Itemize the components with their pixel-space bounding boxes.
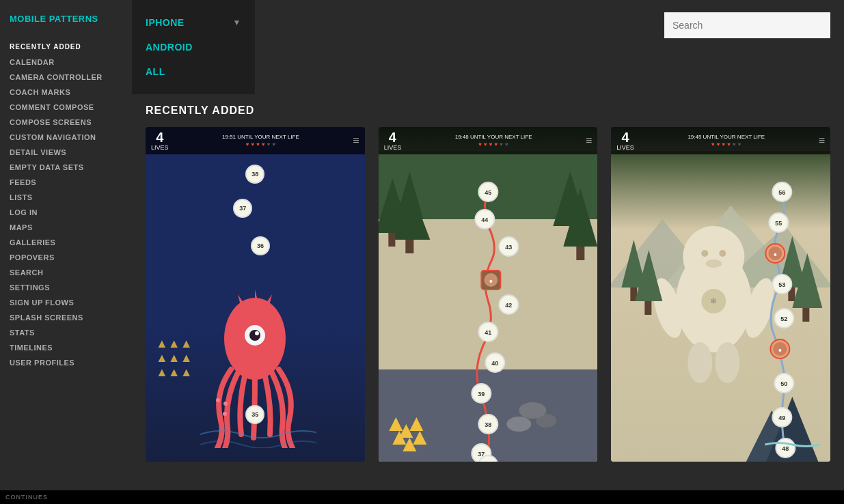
dropdown-iphone[interactable]: IPHONE ▼	[132, 10, 255, 35]
lives-count-2: 4	[389, 130, 396, 144]
sidebar-item-compose-screens[interactable]: COMPOSE SCREENS	[0, 115, 132, 130]
search-bar[interactable]	[664, 12, 830, 38]
hearts-row-3: ♥♥♥ ♥♥♥	[634, 141, 819, 148]
brand-logo: MOBILE PATTERNS	[0, 14, 132, 38]
yeti-illustration: ❄	[611, 151, 830, 462]
sidebar-item-empty-data-sets[interactable]: EMPTY DATA SETS	[0, 160, 132, 175]
sidebar-item-maps[interactable]: MAPS	[0, 220, 132, 235]
svg-text:41: 41	[485, 329, 491, 336]
svg-point-60	[683, 226, 745, 288]
svg-text:38: 38	[485, 421, 491, 428]
svg-rect-15	[405, 240, 413, 253]
sidebar-item-stats[interactable]: STATS	[0, 325, 132, 340]
menu-icon-2[interactable]: ≡	[586, 135, 592, 147]
card-2: 4 LIVES 19:48 UNTIL YOUR NEXT LIFE ♥♥♥ ♥…	[379, 127, 598, 462]
svg-rect-73	[645, 301, 652, 315]
svg-text:☻: ☻	[773, 252, 778, 257]
svg-rect-20	[576, 247, 584, 260]
sidebar-item-coach-marks[interactable]: COACH MARKS	[0, 85, 132, 100]
svg-point-8	[223, 412, 227, 416]
card-2-image: 4 LIVES 19:48 UNTIL YOUR NEXT LIFE ♥♥♥ ♥…	[379, 127, 598, 462]
main-content: IPHONE ▼ ANDROID ALL RECENTLY ADDED	[132, 0, 844, 504]
sidebar-item-custom-navigation[interactable]: CUSTOM NAVIGATION	[0, 130, 132, 145]
card-1-header: 4 LIVES 19:51 UNTIL YOUR NEXT LIFE ♥♥♥ ♥…	[146, 127, 365, 154]
header: IPHONE ▼ ANDROID ALL	[132, 0, 844, 94]
svg-text:42: 42	[505, 302, 512, 309]
card-2-header: 4 LIVES 19:48 UNTIL YOUR NEXT LIFE ♥♥♥ ♥…	[379, 127, 598, 154]
svg-text:49: 49	[779, 415, 786, 421]
svg-point-69	[716, 342, 740, 383]
svg-marker-5	[255, 290, 258, 305]
svg-point-2	[249, 330, 260, 341]
svg-point-63	[706, 260, 722, 268]
svg-point-68	[688, 342, 713, 383]
lives-label-1: LIVES	[151, 144, 169, 151]
lives-badge-2: 4 LIVES	[384, 130, 402, 151]
sidebar-item-galleries[interactable]: GALLERIES	[0, 235, 132, 250]
menu-icon-3[interactable]: ≡	[819, 135, 825, 147]
svg-text:40: 40	[491, 360, 498, 367]
dropdown-arrow-icon: ▼	[233, 18, 241, 27]
dropdown-android[interactable]: ANDROID	[132, 35, 255, 59]
sidebar-item-feeds[interactable]: FEEDS	[0, 175, 132, 190]
sidebar-item-log-in[interactable]: LOG IN	[0, 205, 132, 220]
svg-rect-77	[803, 308, 810, 322]
level-38[interactable]: 38	[245, 165, 264, 184]
sidebar-item-settings[interactable]: SETTINGS	[0, 280, 132, 295]
hearts-row-1: ♥♥♥ ♥♥♥	[169, 141, 353, 148]
sidebar-section-title: RECENTLY ADDED	[0, 38, 132, 55]
card-3-image: 4 LIVES 19:45 UNTIL YOUR NEXT LIFE ♥♥♥ ♥…	[611, 127, 830, 462]
level-35[interactable]: 35	[245, 405, 264, 424]
svg-text:50: 50	[781, 380, 788, 387]
svg-text:44: 44	[481, 216, 488, 223]
forest-illustration: 45 44 43 ☻ 42 41	[379, 151, 598, 462]
level-36[interactable]: 36	[251, 236, 270, 255]
svg-point-9	[223, 402, 228, 406]
card-3: 4 LIVES 19:45 UNTIL YOUR NEXT LIFE ♥♥♥ ♥…	[611, 127, 830, 462]
svg-text:48: 48	[782, 445, 789, 452]
cards-grid: 4 LIVES 19:51 UNTIL YOUR NEXT LIFE ♥♥♥ ♥…	[146, 127, 830, 462]
sidebar-item-popovers[interactable]: POPOVERS	[0, 250, 132, 265]
svg-text:52: 52	[781, 316, 788, 322]
lives-badge-1: 4 LIVES	[151, 130, 169, 151]
all-label: ALL	[146, 66, 165, 77]
triangle-decoration-1: ▲▲▲▲▲▲▲▲▲	[156, 337, 192, 380]
svg-text:☻: ☻	[778, 348, 782, 352]
search-input[interactable]	[664, 12, 830, 38]
lives-label-2: LIVES	[384, 144, 402, 151]
lives-badge-3: 4 LIVES	[616, 130, 634, 151]
sidebar-item-calendar[interactable]: CALENDAR	[0, 55, 132, 70]
svg-text:43: 43	[505, 244, 512, 251]
sidebar-item-comment-compose[interactable]: COMMENT COMPOSE	[0, 100, 132, 115]
sidebar-item-splash-screens[interactable]: SPLASH SCREENS	[0, 310, 132, 325]
card-1: 4 LIVES 19:51 UNTIL YOUR NEXT LIFE ♥♥♥ ♥…	[146, 127, 365, 462]
svg-text:39: 39	[478, 391, 485, 397]
sidebar: MOBILE PATTERNS RECENTLY ADDED CALENDAR …	[0, 0, 132, 504]
sidebar-item-sign-up-flows[interactable]: SIGN UP FLOWS	[0, 295, 132, 310]
sidebar-item-timelines[interactable]: TIMELINES	[0, 340, 132, 355]
sidebar-item-user-profiles[interactable]: USER PROFILES	[0, 355, 132, 370]
svg-rect-17	[388, 233, 395, 247]
sidebar-item-lists[interactable]: LISTS	[0, 190, 132, 205]
card-3-header: 4 LIVES 19:45 UNTIL YOUR NEXT LIFE ♥♥♥ ♥…	[611, 127, 830, 154]
android-label: ANDROID	[146, 42, 193, 53]
svg-text:45: 45	[485, 189, 491, 196]
svg-point-62	[720, 250, 726, 257]
platform-dropdown[interactable]: IPHONE ▼ ANDROID ALL	[132, 0, 255, 94]
svg-point-7	[216, 398, 220, 402]
svg-text:56: 56	[779, 189, 786, 196]
content-area: RECENTLY ADDED 4 LIVES 19:51 UNTIL YOUR	[132, 94, 844, 504]
dropdown-all[interactable]: ALL	[132, 59, 255, 84]
lives-count-3: 4	[622, 130, 629, 144]
iphone-label: IPHONE	[146, 17, 185, 28]
hearts-row-2: ♥♥♥ ♥♥♥	[401, 141, 586, 148]
sidebar-item-search[interactable]: SEARCH	[0, 265, 132, 280]
time-text-1: 19:51 UNTIL YOUR NEXT LIFE ♥♥♥ ♥♥♥	[169, 134, 353, 148]
level-37[interactable]: 37	[233, 199, 252, 218]
sidebar-item-detail-views[interactable]: DETAIL VIEWS	[0, 145, 132, 160]
svg-point-50	[506, 417, 531, 432]
card-1-image: 4 LIVES 19:51 UNTIL YOUR NEXT LIFE ♥♥♥ ♥…	[146, 127, 365, 462]
svg-text:53: 53	[779, 281, 786, 288]
menu-icon-1[interactable]: ≡	[353, 135, 359, 147]
sidebar-item-camera-controller[interactable]: CAMERA CONTROLLER	[0, 70, 132, 85]
